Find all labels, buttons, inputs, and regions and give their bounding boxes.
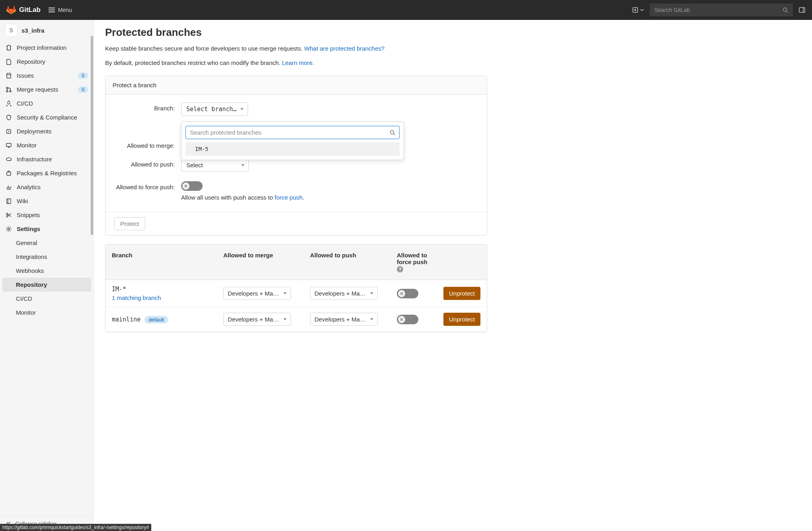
nav-label: Analytics bbox=[17, 184, 88, 190]
what-are-link[interactable]: What are protected branches? bbox=[304, 45, 385, 52]
nav-analytics[interactable]: Analytics bbox=[0, 180, 94, 194]
chevron-down-icon bbox=[370, 318, 373, 320]
svg-rect-5 bbox=[7, 73, 11, 78]
status-bar-url: https://gitlab.com/pmmquickstartguides/s… bbox=[0, 524, 151, 531]
project-header[interactable]: S s3_infra bbox=[0, 20, 94, 41]
push-select[interactable]: Developers + Ma… bbox=[310, 287, 378, 300]
svg-rect-12 bbox=[7, 172, 11, 175]
subnav-integrations[interactable]: Integrations bbox=[0, 250, 94, 264]
nav-cicd[interactable]: CI/CD bbox=[0, 96, 94, 110]
subnav-general[interactable]: General bbox=[0, 236, 94, 250]
chevron-down-icon bbox=[370, 292, 373, 294]
nav-label: Snippets bbox=[17, 212, 88, 218]
subnav-monitor[interactable]: Monitor bbox=[0, 306, 94, 319]
scissors-icon bbox=[6, 212, 12, 218]
nav-security[interactable]: Security & Compliance bbox=[0, 110, 94, 124]
protect-branch-card: Protect a branch Branch: Select branch… bbox=[105, 76, 487, 235]
svg-rect-2 bbox=[799, 8, 805, 12]
branch-name: mainline bbox=[112, 316, 141, 323]
menu-button[interactable]: Menu bbox=[49, 7, 72, 13]
matching-link[interactable]: 1 matching branch bbox=[112, 294, 223, 301]
chevron-down-icon bbox=[640, 8, 644, 12]
nav-repository[interactable]: Repository bbox=[0, 55, 94, 69]
desc-line-2: By default, protected branches restrict … bbox=[105, 58, 487, 68]
col-branch: Branch bbox=[112, 252, 223, 272]
nav-label: Wiki bbox=[17, 198, 88, 204]
nav-infrastructure[interactable]: Infrastructure bbox=[0, 152, 94, 166]
chart-icon bbox=[6, 184, 12, 190]
search-box[interactable] bbox=[650, 4, 793, 16]
merge-label: Allowed to merge: bbox=[113, 140, 181, 149]
close-icon bbox=[184, 184, 188, 188]
nav-settings[interactable]: Settings bbox=[0, 222, 94, 236]
content: Protected branches Keep stable branches … bbox=[94, 20, 812, 531]
nav-snippets[interactable]: Snippets bbox=[0, 208, 94, 222]
book-icon bbox=[6, 198, 12, 204]
learn-more-link[interactable]: Learn more. bbox=[282, 59, 314, 66]
svg-rect-4 bbox=[7, 45, 10, 50]
protect-button[interactable]: Protect bbox=[114, 217, 145, 230]
row-branch: Branch: Select branch… IM-5 bbox=[113, 102, 479, 116]
col-force: Allowed to force push ? bbox=[397, 252, 435, 272]
nav-label: Settings bbox=[17, 225, 88, 232]
push-select[interactable]: Developers + Ma… bbox=[310, 313, 378, 326]
force-push-link[interactable]: force push bbox=[275, 194, 303, 201]
sidebar-scrollbar[interactable] bbox=[90, 20, 94, 531]
toggle-knob bbox=[398, 290, 405, 297]
side-panel-icon[interactable] bbox=[798, 6, 806, 14]
branch-search-input[interactable] bbox=[190, 129, 390, 136]
nav-monitor[interactable]: Monitor bbox=[0, 138, 94, 152]
file-icon bbox=[6, 59, 12, 65]
nav-label: Security & Compliance bbox=[17, 114, 88, 121]
search-input[interactable] bbox=[654, 7, 783, 13]
merge-select[interactable]: Developers + Ma… bbox=[223, 287, 291, 300]
new-menu[interactable] bbox=[632, 7, 644, 13]
card-footer: Protect bbox=[105, 212, 487, 235]
chevron-down-icon bbox=[283, 292, 287, 294]
help-icon[interactable]: ? bbox=[397, 266, 403, 272]
branch-select[interactable]: Select branch… bbox=[181, 102, 248, 116]
close-icon bbox=[400, 317, 404, 321]
branch-search-box[interactable] bbox=[185, 126, 400, 139]
unprotect-button[interactable]: Unprotect bbox=[443, 287, 480, 300]
subnav-webhooks[interactable]: Webhooks bbox=[0, 264, 94, 278]
gitlab-logo[interactable]: GitLab bbox=[6, 5, 41, 15]
nav-issues[interactable]: Issues 0 bbox=[0, 69, 94, 82]
nav-wiki[interactable]: Wiki bbox=[0, 194, 94, 208]
row-push: Allowed to push: Select bbox=[113, 159, 479, 172]
nav-packages[interactable]: Packages & Registries bbox=[0, 166, 94, 180]
row-force-toggle[interactable] bbox=[397, 315, 418, 324]
svg-point-17 bbox=[8, 228, 10, 230]
search-icon bbox=[390, 130, 395, 135]
plus-box-icon bbox=[632, 7, 638, 13]
monitor-icon bbox=[6, 142, 12, 149]
subnav-cicd[interactable]: CI/CD bbox=[0, 292, 94, 306]
svg-point-16 bbox=[6, 216, 8, 217]
svg-point-7 bbox=[6, 87, 8, 89]
subnav-repository[interactable]: Repository bbox=[2, 278, 91, 292]
rocket-icon bbox=[6, 100, 12, 107]
force-push-toggle[interactable] bbox=[181, 181, 203, 191]
merge-select[interactable]: Developers + Ma… bbox=[223, 313, 291, 326]
nav-label: Repository bbox=[17, 58, 88, 65]
page-title: Protected branches bbox=[105, 26, 487, 39]
svg-rect-11 bbox=[6, 143, 11, 147]
nav-label: CI/CD bbox=[17, 100, 88, 107]
branch-option-im5[interactable]: IM-5 bbox=[185, 142, 400, 156]
merge-icon bbox=[6, 86, 12, 93]
nav-deployments[interactable]: Deployments bbox=[0, 124, 94, 138]
nav-project-info[interactable]: Project information bbox=[0, 41, 94, 55]
unprotect-button[interactable]: Unprotect bbox=[443, 313, 480, 326]
desc-line-1: Keep stable branches secure and force de… bbox=[105, 43, 487, 54]
topbar-right bbox=[632, 4, 806, 16]
force-label: Allowed to force push: bbox=[113, 181, 181, 190]
push-select[interactable]: Select bbox=[181, 159, 249, 172]
protected-table: Branch Allowed to merge Allowed to push … bbox=[105, 244, 487, 332]
gear-icon bbox=[6, 226, 12, 232]
menu-label: Menu bbox=[58, 7, 72, 13]
row-force-toggle[interactable] bbox=[397, 289, 418, 298]
push-label: Allowed to push: bbox=[113, 159, 181, 168]
default-badge: default bbox=[144, 316, 168, 323]
nav-merge-requests[interactable]: Merge requests 0 bbox=[0, 82, 94, 96]
project-avatar: S bbox=[5, 24, 18, 37]
